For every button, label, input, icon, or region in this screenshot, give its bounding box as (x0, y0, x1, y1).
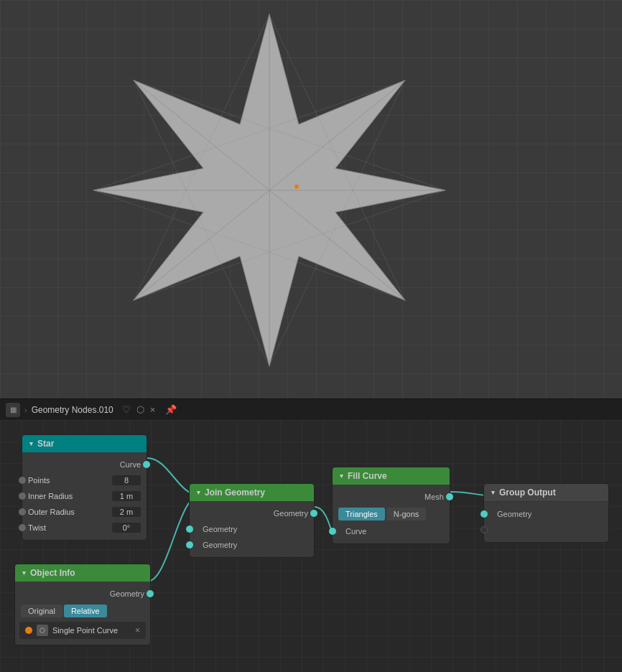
close-icon[interactable]: × (149, 403, 157, 416)
fill-curve-input-socket[interactable] (329, 528, 336, 535)
star-twist-row: Twist 0° (22, 520, 147, 536)
star-points-socket[interactable] (19, 477, 26, 484)
viewport[interactable] (0, 0, 622, 398)
collapse-arrow[interactable]: ▾ (491, 489, 495, 496)
group-output-empty-row (484, 522, 608, 538)
node-star-body: Curve Points 8 Inner Radius 1 m Outer Ra… (22, 452, 147, 540)
object-info-toggle-group: Original Relative (15, 602, 150, 620)
star-inner-socket[interactable] (19, 493, 26, 500)
node-group-output-title: Group Output (499, 487, 556, 498)
object-info-geo-output: Geometry (15, 586, 150, 602)
star-twist-socket[interactable] (19, 524, 26, 531)
join-geo-input-2: Geometry (190, 537, 314, 553)
object-info-geo-socket[interactable] (147, 590, 154, 597)
star-curve-socket[interactable] (143, 461, 150, 468)
group-output-geo-socket[interactable] (481, 510, 488, 518)
join-geo-output-socket[interactable] (310, 510, 317, 517)
fill-curve-input: Curve (333, 523, 450, 539)
star-outer-socket[interactable] (19, 508, 26, 515)
group-output-empty-socket[interactable] (481, 526, 488, 533)
collapse-arrow[interactable]: ▾ (197, 489, 200, 496)
object-info-input-socket[interactable] (25, 627, 32, 634)
node-fill-curve-body: Mesh Triangles N-gons Curve (333, 485, 450, 543)
join-geo-input-socket[interactable] (186, 526, 193, 533)
node-object-info[interactable]: ▾ Object Info Geometry Original Relative… (14, 564, 151, 645)
node-star-header: ▾ Star (22, 435, 147, 452)
toggle-relative-button[interactable]: Relative (64, 605, 107, 617)
node-join-geometry[interactable]: ▾ Join Geometry Geometry Geometry Geomet… (189, 483, 315, 558)
star-inner-radius-row: Inner Radius 1 m (22, 488, 147, 504)
save-icon[interactable]: ⬡ (135, 403, 146, 416)
pin-icon[interactable]: 📌 (164, 403, 178, 416)
object-remove-button[interactable]: × (135, 625, 140, 635)
object-row: ⬡ Single Point Curve × (19, 622, 146, 639)
header-bar: ▦ › Geometry Nodes.010 ♡ ⬡ × 📌 (0, 398, 622, 420)
object-type-icon: ⬡ (37, 625, 48, 636)
collapse-arrow[interactable]: ▾ (22, 569, 26, 577)
toggle-triangles-button[interactable]: Triangles (338, 508, 385, 521)
node-join-geometry-header: ▾ Join Geometry (190, 484, 314, 501)
node-object-info-body: Geometry Original Relative ⬡ Single Poin… (15, 582, 150, 645)
star-preview (86, 7, 452, 373)
header-title: Geometry Nodes.010 (32, 405, 113, 415)
group-output-geo-input: Geometry (484, 506, 608, 522)
node-object-info-header: ▾ Object Info (15, 564, 150, 582)
fill-curve-mesh-output: Mesh (333, 489, 450, 505)
heart-icon[interactable]: ♡ (121, 403, 132, 416)
origin-dot (294, 185, 299, 189)
star-curve-output: Curve (22, 457, 147, 472)
node-star[interactable]: ▾ Star Curve Points 8 Inner Radius 1 m (22, 434, 147, 541)
node-editor-icon[interactable]: ▦ (6, 403, 20, 417)
header-actions: ♡ ⬡ × (121, 403, 157, 416)
separator: › (24, 406, 27, 414)
node-canvas[interactable]: ▾ Star Curve Points 8 Inner Radius 1 m (0, 420, 622, 672)
join-geo-output: Geometry (190, 505, 314, 521)
toggle-ngons-button[interactable]: N-gons (386, 508, 426, 521)
collapse-arrow[interactable]: ▾ (340, 472, 343, 480)
object-name-label: Single Point Curve (52, 626, 118, 635)
collapse-arrow[interactable]: ▾ (29, 440, 33, 447)
node-join-geometry-title: Join Geometry (205, 487, 265, 498)
node-fill-curve-header: ▾ Fill Curve (333, 467, 450, 485)
fill-curve-mode-toggle: Triangles N-gons (333, 505, 450, 523)
node-fill-curve-title: Fill Curve (348, 471, 387, 481)
join-geo-input-socket-2[interactable] (186, 541, 193, 549)
node-object-info-title: Object Info (30, 568, 75, 578)
node-group-output-body: Geometry (484, 502, 608, 542)
join-geo-input: Geometry (190, 521, 314, 537)
node-group-output-header: ▾ Group Output (484, 484, 608, 502)
node-fill-curve[interactable]: ▾ Fill Curve Mesh Triangles N-gons Curve (332, 467, 450, 544)
node-group-output[interactable]: ▾ Group Output Geometry (483, 483, 609, 543)
fill-curve-mesh-socket[interactable] (446, 493, 453, 500)
toggle-original-button[interactable]: Original (21, 605, 62, 617)
node-join-geometry-body: Geometry Geometry Geometry (190, 501, 314, 557)
star-points-row: Points 8 (22, 472, 147, 488)
star-outer-radius-row: Outer Radius 2 m (22, 504, 147, 520)
node-star-title: Star (37, 439, 54, 449)
